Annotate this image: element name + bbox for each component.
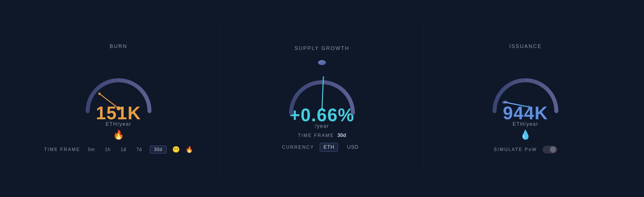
time-btn-30d[interactable]: 30d (150, 146, 167, 154)
time-btn-1h[interactable]: 1h (103, 146, 113, 153)
supply-growth-panel: SUPPLY GROWTH (220, 6, 423, 191)
supply-title: SUPPLY GROWTH (294, 45, 349, 51)
currency-label: CURRENCY (282, 145, 314, 150)
simulate-label: SIMULATE PoW (494, 147, 537, 152)
dashboard: BURN (0, 0, 644, 197)
time-btn-7d[interactable]: 7d (134, 146, 144, 153)
burn-panel: BURN (17, 6, 220, 191)
currency-eth-btn[interactable]: ETH (320, 143, 338, 152)
time-btn-5m[interactable]: 5m (86, 146, 97, 153)
svg-point-1 (117, 106, 121, 110)
supply-timeframe-label: TIME FRAME (298, 133, 334, 138)
burn-icon: 🔥 (96, 129, 141, 140)
supply-gauge (283, 54, 361, 122)
currency-controls: CURRENCY ETH USD (282, 143, 362, 152)
svg-line-6 (504, 102, 529, 107)
svg-point-2 (98, 92, 101, 95)
svg-point-7 (502, 100, 508, 104)
emoji-ghost-btn[interactable]: 😶 (172, 146, 180, 153)
burn-gauge (79, 52, 158, 120)
simulate-toggle[interactable] (543, 146, 557, 154)
supply-timeframe-value: 30d (337, 132, 346, 138)
issuance-title: ISSUANCE (509, 43, 542, 49)
currency-usd-btn[interactable]: USD (344, 143, 362, 151)
time-btn-1d[interactable]: 1d (118, 146, 128, 153)
simulate-controls: SIMULATE PoW (494, 146, 557, 154)
burn-title: BURN (110, 43, 127, 49)
burn-gauge-svg (79, 52, 158, 120)
issuance-panel: ISSUANCE (424, 6, 627, 191)
timeframe-label: TIME FRAME (44, 147, 80, 152)
issuance-gauge-svg (486, 52, 565, 120)
toggle-knob (550, 146, 556, 153)
svg-point-5 (321, 107, 323, 110)
issuance-icon: 💧 (503, 129, 548, 140)
supply-timeframe-row: TIME FRAME 30d (298, 132, 346, 138)
issuance-gauge (486, 52, 565, 120)
svg-point-3 (318, 60, 326, 65)
emoji-fire-btn[interactable]: 🔥 (185, 146, 193, 153)
burn-controls: TIME FRAME 5m 1h 1d 7d 30d 😶 🔥 (44, 146, 193, 154)
supply-gauge-svg (283, 54, 361, 122)
svg-line-0 (99, 94, 119, 108)
svg-point-8 (527, 106, 530, 108)
